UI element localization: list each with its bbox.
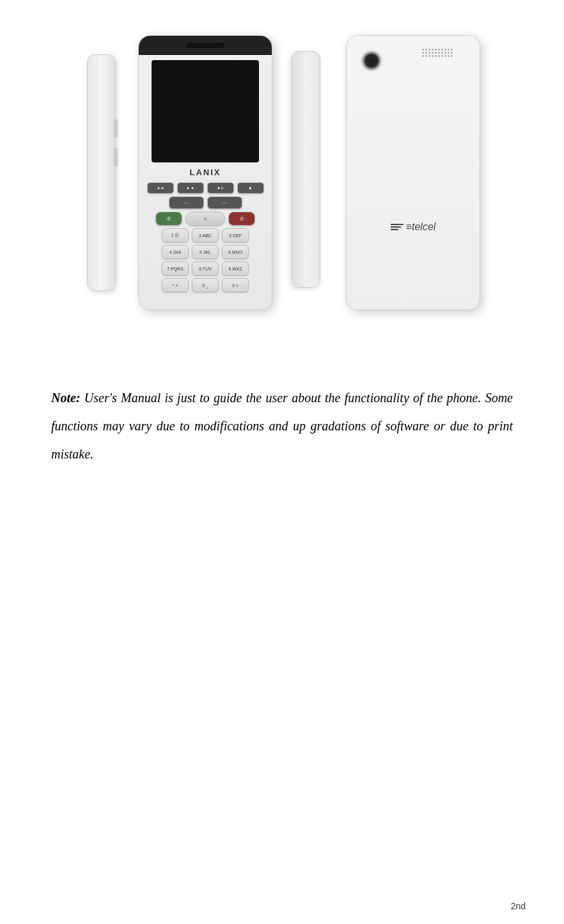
key-6: 6 MNO xyxy=(222,245,249,259)
key-7: 7 PQRS xyxy=(162,262,189,276)
nav-btn-1: ◄◄ xyxy=(147,182,174,194)
key-9: 9 WXZ xyxy=(222,262,249,276)
page-number: 2nd xyxy=(511,901,526,911)
phone-brand-label: LANIX xyxy=(139,168,272,177)
num-row-2: 4 GHI 5 JKL 6 MNO xyxy=(146,245,264,259)
softkey-right: — xyxy=(207,196,242,209)
softkey-left: — xyxy=(169,196,204,209)
end-button: ✆ xyxy=(228,212,255,226)
page: LANIX ◄◄ ►◄ ►II ■ — — xyxy=(0,0,564,924)
note-content: User's Manual is just to guide the user … xyxy=(51,391,513,461)
softkey-row: — — xyxy=(146,196,264,209)
call-row: ✆ \/ ✆ xyxy=(146,212,264,226)
note-paragraph: Note: User's Manual is just to guide the… xyxy=(51,384,513,468)
num-row-4: * + 0 _ # ◊ xyxy=(146,278,264,292)
phone-front-body: LANIX ◄◄ ►◄ ►II ■ — — xyxy=(138,35,272,310)
phone-top-bar xyxy=(139,36,272,55)
phone-images-section: LANIX ◄◄ ►◄ ►II ■ — — xyxy=(38,26,526,333)
phone-side-button-1 xyxy=(114,119,118,138)
phone-speaker-grille xyxy=(422,49,460,61)
note-section: Note: User's Manual is just to guide the… xyxy=(38,384,526,468)
phone-back-body: ≡telcel xyxy=(346,35,480,310)
key-3: 3 DEF xyxy=(222,228,249,242)
num-row-1: 1 ⓒ 2 ABC 3 DEF xyxy=(146,228,264,242)
telcel-lines-icon xyxy=(391,224,403,230)
phone-back-view: ≡telcel xyxy=(346,35,480,310)
phone-earpiece xyxy=(186,43,224,48)
key-1: 1 ⓒ xyxy=(162,228,189,242)
key-5: 5 JKL xyxy=(192,245,219,259)
nav-row: ◄◄ ►◄ ►II ■ xyxy=(146,182,264,194)
phone-keypad: ◄◄ ►◄ ►II ■ — — ✆ \/ ✆ xyxy=(139,180,272,297)
nav-btn-3: ►II xyxy=(207,182,234,194)
telcel-brand-text: ≡telcel xyxy=(406,221,436,233)
phone-side-button-2 xyxy=(114,148,118,167)
key-0: 0 _ xyxy=(192,278,219,292)
nav-btn-4: ■ xyxy=(237,182,264,194)
phone-screen xyxy=(152,60,259,162)
key-8: 8 TUV xyxy=(192,262,219,276)
phone-side-view-right xyxy=(292,51,327,294)
note-label: Note: xyxy=(51,391,81,405)
dpad-button: \/ xyxy=(185,212,225,226)
phone-camera xyxy=(363,52,380,70)
call-button: ✆ xyxy=(155,212,182,226)
num-row-3: 7 PQRS 8 TUV 9 WXZ xyxy=(146,262,264,276)
phone-front-view: LANIX ◄◄ ►◄ ►II ■ — — xyxy=(138,35,272,310)
nav-btn-2: ►◄ xyxy=(177,182,204,194)
telcel-logo: ≡telcel xyxy=(391,221,436,233)
phone-side-view-left xyxy=(84,51,119,294)
key-star: * + xyxy=(162,278,189,292)
key-4: 4 GHI xyxy=(162,245,189,259)
key-hash: # ◊ xyxy=(222,278,249,292)
phone-side-body-left xyxy=(87,54,116,291)
phone-side-body-right xyxy=(292,51,320,288)
key-2: 2 ABC xyxy=(192,228,219,242)
